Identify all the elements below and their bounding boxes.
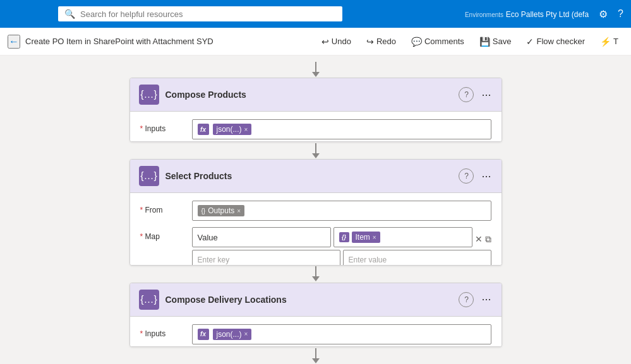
compose-delivery-card: {…} Compose Delivery Locations ? ··· * I… <box>129 283 502 347</box>
compose-products-token-label: json(...) <box>217 125 242 134</box>
redo-button[interactable]: ↪ Redo <box>361 34 401 49</box>
compose-delivery-token-label: json(...) <box>217 330 242 339</box>
compose-products-token-close[interactable]: × <box>244 126 248 133</box>
env-info: Environments Eco Pallets Pty Ltd (defa <box>465 9 589 19</box>
comments-button[interactable]: 💬 Comments <box>406 34 469 49</box>
map-key-value[interactable]: Value <box>192 227 331 247</box>
outputs-token-label: Outputs <box>208 206 234 215</box>
compose-delivery-menu[interactable]: ··· <box>480 293 492 306</box>
select-products-header: {…} Select Products ? ··· <box>130 160 502 193</box>
compose-delivery-token-close[interactable]: × <box>244 331 248 338</box>
select-products-card: {…} Select Products ? ··· * From {} Outp… <box>129 159 502 265</box>
top-bar: 🔍 Environments Eco Pallets Pty Ltd (defa… <box>0 0 631 28</box>
compose-delivery-inputs-row: * Inputs fx json(...) × <box>140 324 491 344</box>
select-products-menu[interactable]: ··· <box>480 170 492 183</box>
t-button[interactable]: ⚡ T <box>595 34 623 49</box>
compose-products-header: {…} Compose Products ? ··· <box>130 78 502 112</box>
map-key-text: Value <box>198 233 218 242</box>
compose-delivery-token: json(...) × <box>213 329 252 340</box>
compose-delivery-icon: {…} <box>139 290 159 310</box>
search-icon: 🔍 <box>64 9 75 19</box>
canvas: {…} Compose Products ? ··· * Inputs fx j… <box>0 56 631 364</box>
compose-products-help[interactable]: ? <box>459 87 474 102</box>
select-products-from-row: * From {} Outputs × <box>140 201 491 221</box>
map-row-bottom: Enter key Enter value <box>192 250 491 265</box>
select-products-icon: {…} <box>139 166 159 186</box>
select-products-from-label: * From <box>140 201 184 214</box>
flow-checker-button[interactable]: ✓ Flow checker <box>521 34 590 49</box>
top-bar-right: Environments Eco Pallets Pty Ltd (defa ⚙… <box>465 8 623 20</box>
compose-products-menu[interactable]: ··· <box>480 88 492 102</box>
select-products-from-field[interactable]: {} Outputs × <box>192 201 491 221</box>
back-button[interactable]: ← <box>8 35 20 49</box>
compose-products-inputs-field[interactable]: fx json(...) × <box>192 119 491 139</box>
outputs-token-close[interactable]: × <box>237 208 241 214</box>
select-products-body: * From {} Outputs × * Map <box>130 193 502 265</box>
t-label: T <box>613 37 618 46</box>
compose-products-title: Compose Products <box>165 90 453 100</box>
map-row-top: Value {} Item × ✕ ⧉ <box>192 227 491 247</box>
fx-icon-3: fx <box>198 329 209 340</box>
map-key-placeholder-text: Enter key <box>198 255 230 264</box>
fx-icon-1: fx <box>198 124 209 135</box>
flow-container: {…} Compose Products ? ··· * Inputs fx j… <box>129 56 502 364</box>
map-fx-icon: {} <box>339 232 349 242</box>
undo-label: Undo <box>332 37 351 46</box>
flow-checker-icon: ✓ <box>526 37 534 47</box>
compose-products-inputs-row: * Inputs fx json(...) × <box>140 119 491 139</box>
compose-delivery-title: Compose Delivery Locations <box>165 295 453 305</box>
env-label: Environments <box>465 11 503 18</box>
bottom-connector <box>312 347 320 364</box>
compose-products-inputs-label: * Inputs <box>140 119 184 133</box>
save-label: Save <box>493 37 512 46</box>
map-value-placeholder[interactable]: Enter value <box>343 250 491 265</box>
flow-title: Create PO Item in SharePoint with Attach… <box>25 37 213 46</box>
sub-header: ← Create PO Item in SharePoint with Atta… <box>0 28 631 56</box>
compose-delivery-body: * Inputs fx json(...) × <box>130 317 502 347</box>
select-products-map-row: * Map Value {} Item × <box>140 227 491 265</box>
connector-2 <box>312 266 320 283</box>
undo-icon: ↩ <box>322 37 329 47</box>
save-button[interactable]: 💾 Save <box>474 34 517 49</box>
flow-checker-label: Flow checker <box>536 37 585 46</box>
select-products-help[interactable]: ? <box>459 168 474 184</box>
map-inputs-wrap: Value {} Item × ✕ ⧉ <box>192 227 491 265</box>
compose-products-icon: {…} <box>139 85 159 105</box>
search-input[interactable] <box>80 9 336 19</box>
outputs-token: {} Outputs × <box>198 205 245 216</box>
settings-icon[interactable]: ⚙ <box>599 8 608 20</box>
map-value-field[interactable]: {} Item × <box>334 227 472 247</box>
connector-1 <box>312 142 320 159</box>
top-connector <box>312 61 320 78</box>
compose-products-body: * Inputs fx json(...) × <box>130 112 502 142</box>
t-icon: ⚡ <box>600 37 611 47</box>
compose-delivery-header: {…} Compose Delivery Locations ? ··· <box>130 283 502 317</box>
item-token: Item × <box>352 232 380 243</box>
map-delete-button[interactable]: ✕ <box>475 234 483 244</box>
search-box[interactable]: 🔍 <box>58 6 342 21</box>
compose-products-card: {…} Compose Products ? ··· * Inputs fx j… <box>129 78 502 142</box>
redo-icon: ↪ <box>366 37 374 47</box>
compose-delivery-inputs-field[interactable]: fx json(...) × <box>192 324 491 344</box>
save-icon: 💾 <box>479 37 490 47</box>
comments-icon: 💬 <box>411 37 422 47</box>
map-actions: ✕ ⧉ <box>475 230 491 245</box>
outputs-token-icon: {} <box>201 208 206 214</box>
map-value-placeholder-text: Enter value <box>349 255 387 264</box>
compose-products-token: json(...) × <box>213 124 252 135</box>
env-name: Eco Pallets Pty Ltd (defa <box>506 10 589 19</box>
item-token-label: Item <box>356 233 370 242</box>
compose-delivery-inputs-label: * Inputs <box>140 324 184 338</box>
comments-label: Comments <box>424 37 464 46</box>
help-icon[interactable]: ? <box>618 8 623 20</box>
map-copy-button[interactable]: ⧉ <box>485 234 491 245</box>
map-key-placeholder[interactable]: Enter key <box>192 250 340 265</box>
select-products-title: Select Products <box>165 171 453 181</box>
select-products-map-label: * Map <box>140 227 184 241</box>
undo-button[interactable]: ↩ Undo <box>316 34 356 49</box>
item-token-close[interactable]: × <box>373 234 376 241</box>
redo-label: Redo <box>376 37 396 46</box>
compose-delivery-help[interactable]: ? <box>459 292 474 307</box>
